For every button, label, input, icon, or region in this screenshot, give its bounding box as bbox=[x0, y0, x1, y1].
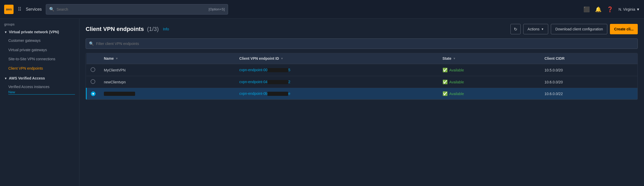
download-config-button[interactable]: Download client configuration bbox=[551, 24, 607, 34]
row1-redacted bbox=[267, 68, 288, 72]
row3-cidr: 10.6.0.0/22 bbox=[540, 88, 637, 99]
filter-bar: 🔍 bbox=[86, 38, 638, 49]
row1-cidr: 10.5.0.0/20 bbox=[540, 64, 637, 76]
row3-state: ✅ Available bbox=[438, 88, 540, 99]
services-button[interactable]: Services bbox=[26, 7, 42, 12]
table-row[interactable]: newClientvpn cvpn-endpoint-042 ✅ Availab… bbox=[86, 76, 638, 88]
row2-name: newClientvpn bbox=[100, 76, 235, 88]
search-bar: 🔍 [Option+S] bbox=[46, 4, 228, 15]
col-name[interactable]: Name ▼ bbox=[100, 53, 235, 64]
vpn-group-label: Virtual private network (VPN) bbox=[9, 30, 59, 34]
endpoint-id-sort-icon: ▼ bbox=[281, 57, 283, 60]
row3-name bbox=[100, 88, 235, 99]
terminal-icon[interactable]: ⬛ bbox=[583, 6, 590, 12]
row2-status-icon: ✅ bbox=[443, 79, 448, 84]
row3-redacted bbox=[267, 92, 288, 96]
row1-select-cell[interactable] bbox=[86, 64, 100, 76]
row2-select-cell[interactable] bbox=[86, 76, 100, 88]
sidebar-item-verified-access-instances[interactable]: Verified Access instances New bbox=[0, 82, 79, 96]
header-actions: ↻ Actions ▼ Download client configuratio… bbox=[510, 24, 638, 34]
sidebar-item-customer-gateways[interactable]: Customer gateways bbox=[0, 36, 79, 45]
search-input[interactable] bbox=[56, 7, 206, 11]
name-sort-icon: ▼ bbox=[115, 57, 118, 60]
sidebar-item-virtual-private-gateways[interactable]: Virtual private gateways bbox=[0, 45, 79, 55]
main-layout: groups ▼ Virtual private network (VPN) C… bbox=[0, 19, 644, 186]
create-label: Create cli... bbox=[614, 27, 634, 31]
table-row[interactable]: cvpn-endpoint-0be ✅ Available 10.6.0.0/2… bbox=[86, 88, 638, 99]
row3-endpoint-id[interactable]: cvpn-endpoint-0be bbox=[235, 88, 438, 99]
row1-radio[interactable] bbox=[91, 67, 95, 72]
page-header: Client VPN endpoints (1/3) Info ↻ Action… bbox=[86, 24, 638, 34]
verified-access-group: ▼ AWS Verified Access Verified Access in… bbox=[0, 74, 79, 96]
vpn-group: ▼ Virtual private network (VPN) Customer… bbox=[0, 28, 79, 73]
new-badge-label: New bbox=[8, 90, 75, 95]
row3-name-redacted bbox=[104, 92, 135, 96]
row2-redacted bbox=[267, 80, 288, 84]
create-button[interactable]: Create cli... bbox=[610, 24, 638, 34]
help-icon[interactable]: ❓ bbox=[607, 6, 613, 12]
verified-access-group-header[interactable]: ▼ AWS Verified Access bbox=[0, 74, 79, 82]
vpn-chevron-icon: ▼ bbox=[4, 30, 7, 34]
info-link[interactable]: Info bbox=[163, 27, 169, 31]
row2-radio[interactable] bbox=[91, 79, 95, 84]
col-endpoint-id[interactable]: Client VPN endpoint ID ▼ bbox=[235, 53, 438, 64]
sidebar: groups ▼ Virtual private network (VPN) C… bbox=[0, 19, 79, 186]
bell-icon[interactable]: 🔔 bbox=[595, 6, 602, 12]
sidebar-item-site-to-site[interactable]: Site-to-Site VPN connections bbox=[0, 55, 79, 64]
refresh-button[interactable]: ↻ bbox=[510, 24, 521, 34]
aws-logo-text: aws bbox=[6, 8, 12, 11]
endpoints-table: Name ▼ Client VPN endpoint ID ▼ bbox=[86, 53, 638, 100]
search-icon: 🔍 bbox=[49, 7, 54, 12]
sidebar-top-label: groups bbox=[0, 21, 79, 28]
row3-select-cell[interactable] bbox=[86, 88, 100, 99]
state-sort-icon: ▼ bbox=[453, 57, 456, 60]
sidebar-item-client-vpn-endpoints[interactable]: Client VPN endpoints bbox=[0, 64, 79, 73]
grid-icon[interactable]: ⠿ bbox=[18, 6, 22, 12]
col-select bbox=[86, 53, 100, 64]
actions-chevron-icon: ▼ bbox=[541, 28, 544, 31]
col-client-cidr[interactable]: Client CIDR bbox=[540, 53, 637, 64]
verified-access-group-label: AWS Verified Access bbox=[9, 76, 45, 80]
row1-status-icon: ✅ bbox=[443, 68, 448, 72]
actions-button[interactable]: Actions ▼ bbox=[523, 24, 548, 34]
row1-endpoint-link[interactable]: cvpn-endpoint-005 bbox=[239, 68, 290, 72]
row3-endpoint-link[interactable]: cvpn-endpoint-0be bbox=[239, 91, 290, 96]
aws-logo-box[interactable]: aws bbox=[4, 5, 14, 14]
row1-name: MyClientVPN bbox=[100, 64, 235, 76]
filter-icon: 🔍 bbox=[89, 41, 94, 46]
row2-cidr: 10.6.0.0/20 bbox=[540, 76, 637, 88]
table-header-row: Name ▼ Client VPN endpoint ID ▼ bbox=[86, 53, 638, 64]
col-state[interactable]: State ▼ bbox=[438, 53, 540, 64]
row2-endpoint-id[interactable]: cvpn-endpoint-042 bbox=[235, 76, 438, 88]
nav-right: ⬛ 🔔 ❓ N. Virginia ▼ bbox=[583, 6, 640, 12]
search-shortcut: [Option+S] bbox=[209, 7, 225, 11]
page-count: (1/3) bbox=[147, 26, 159, 32]
region-selector[interactable]: N. Virginia ▼ bbox=[618, 7, 640, 11]
filter-input[interactable] bbox=[96, 42, 634, 46]
row2-state: ✅ Available bbox=[438, 76, 540, 88]
verified-access-chevron-icon: ▼ bbox=[4, 77, 7, 80]
download-config-label: Download client configuration bbox=[555, 27, 603, 31]
row3-radio[interactable] bbox=[91, 91, 96, 96]
table-row[interactable]: MyClientVPN cvpn-endpoint-005 ✅ Availabl… bbox=[86, 64, 638, 76]
vpn-group-header[interactable]: ▼ Virtual private network (VPN) bbox=[0, 28, 79, 36]
main-content: Client VPN endpoints (1/3) Info ↻ Action… bbox=[79, 19, 644, 186]
actions-label: Actions bbox=[528, 27, 540, 31]
row2-endpoint-link[interactable]: cvpn-endpoint-042 bbox=[239, 80, 290, 84]
row1-endpoint-id[interactable]: cvpn-endpoint-005 bbox=[235, 64, 438, 76]
aws-logo: aws bbox=[4, 5, 14, 14]
row1-state: ✅ Available bbox=[438, 64, 540, 76]
top-nav: aws ⠿ Services 🔍 [Option+S] ⬛ 🔔 ❓ N. Vir… bbox=[0, 0, 644, 19]
page-title: Client VPN endpoints bbox=[86, 26, 144, 32]
row3-status-icon: ✅ bbox=[443, 91, 448, 96]
